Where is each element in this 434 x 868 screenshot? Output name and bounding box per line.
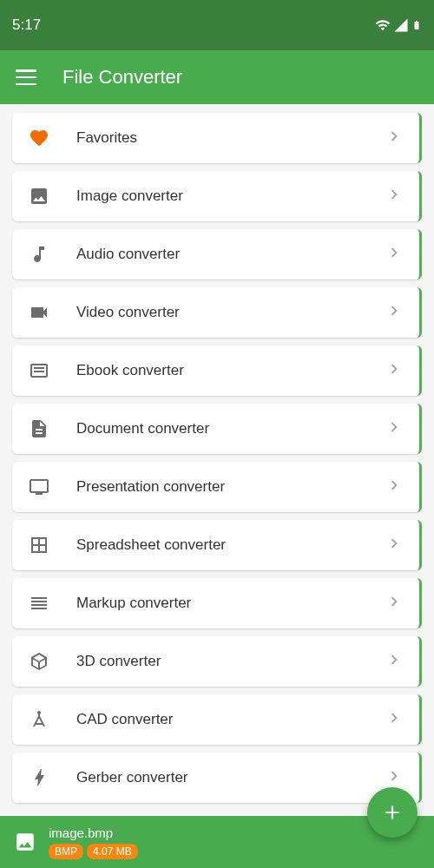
converter-item-compass[interactable]: CAD converter xyxy=(12,694,422,745)
converter-item-label: Image converter xyxy=(76,187,385,205)
file-image-icon xyxy=(14,831,36,853)
chevron-right-icon xyxy=(385,301,404,324)
converter-item-video[interactable]: Video converter xyxy=(12,287,422,338)
converter-item-lines[interactable]: Markup converter xyxy=(12,578,422,628)
cube-icon xyxy=(28,650,50,673)
music-icon xyxy=(28,243,50,266)
converter-item-image[interactable]: Image converter xyxy=(12,171,422,221)
chevron-right-icon xyxy=(385,418,404,440)
status-bar: 5:17 xyxy=(0,0,434,50)
signal-icon xyxy=(393,17,409,33)
image-icon xyxy=(28,185,50,207)
converter-item-music[interactable]: Audio converter xyxy=(12,229,422,279)
plus-icon xyxy=(381,801,404,824)
chevron-right-icon xyxy=(385,650,404,673)
converter-item-book[interactable]: Ebook converter xyxy=(12,345,422,396)
converter-item-label: Presentation converter xyxy=(76,478,385,496)
converter-item-label: Markup converter xyxy=(76,595,385,612)
converter-item-label: CAD converter xyxy=(76,711,385,728)
chevron-right-icon xyxy=(385,708,404,731)
chevron-right-icon xyxy=(385,534,404,556)
app-bar: File Converter xyxy=(0,50,434,104)
doc-icon xyxy=(28,418,50,440)
compass-icon xyxy=(28,708,50,731)
queue-bar[interactable]: image.bmp BMP 4.07 MB xyxy=(0,816,434,868)
chevron-right-icon xyxy=(385,243,404,266)
converter-item-doc[interactable]: Document converter xyxy=(12,404,422,454)
converter-item-grid[interactable]: Spreadsheet converter xyxy=(12,520,422,570)
heart-icon xyxy=(28,127,50,149)
converter-item-cube[interactable]: 3D converter xyxy=(12,636,422,687)
presentation-icon xyxy=(28,476,50,498)
converter-item-label: Spreadsheet converter xyxy=(76,536,385,554)
app-title: File Converter xyxy=(62,66,182,89)
add-button[interactable] xyxy=(367,787,418,838)
chevron-right-icon xyxy=(385,185,404,207)
converter-item-label: 3D converter xyxy=(76,653,385,670)
converter-item-label: Video converter xyxy=(76,304,385,321)
queue-file-info: image.bmp BMP 4.07 MB xyxy=(49,825,138,859)
battery-icon xyxy=(411,17,422,33)
converter-item-label: Favorites xyxy=(76,129,385,147)
converter-item-label: Ebook converter xyxy=(76,362,385,379)
format-badge: BMP xyxy=(49,844,83,859)
converter-item-heart[interactable]: Favorites xyxy=(12,113,422,163)
bolt-icon xyxy=(28,766,50,789)
converter-item-label: Gerber converter xyxy=(76,769,385,786)
status-icons xyxy=(375,17,422,33)
chevron-right-icon xyxy=(385,359,404,382)
converter-item-presentation[interactable]: Presentation converter xyxy=(12,462,422,512)
book-icon xyxy=(28,359,50,382)
converter-list[interactable]: FavoritesImage converterAudio converterV… xyxy=(0,104,434,868)
grid-icon xyxy=(28,534,50,556)
clock-time: 5:17 xyxy=(12,16,41,34)
lines-icon xyxy=(28,592,50,615)
converter-item-label: Document converter xyxy=(76,420,385,437)
chevron-right-icon xyxy=(385,476,404,498)
menu-button[interactable] xyxy=(16,69,36,85)
converter-item-bolt[interactable]: Gerber converter xyxy=(12,753,422,803)
chevron-right-icon xyxy=(385,592,404,615)
chevron-right-icon xyxy=(385,127,404,149)
chevron-right-icon xyxy=(385,766,404,789)
wifi-icon xyxy=(375,17,391,33)
queue-file-name: image.bmp xyxy=(49,825,138,840)
size-badge: 4.07 MB xyxy=(87,844,138,859)
video-icon xyxy=(28,301,50,324)
converter-item-label: Audio converter xyxy=(76,246,385,263)
